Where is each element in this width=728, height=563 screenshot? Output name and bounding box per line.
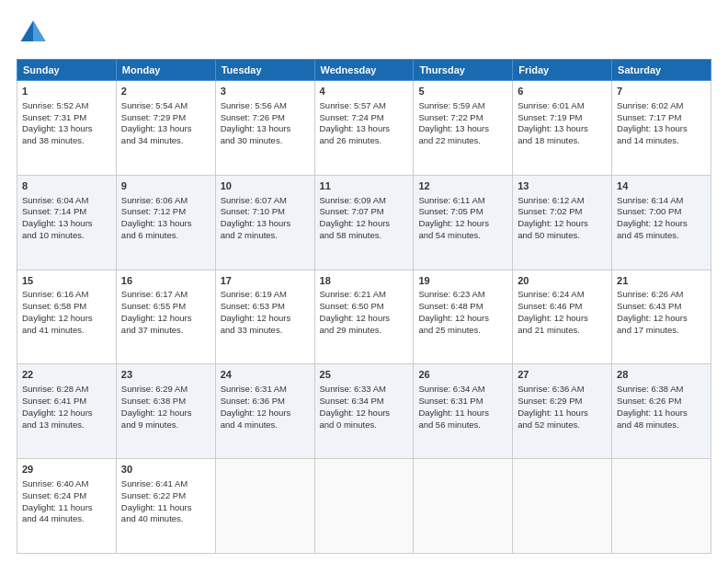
day-info: Sunrise: 6:11 AM Sunset: 7:05 PM Dayligh… xyxy=(418,195,489,240)
day-number: 4 xyxy=(320,85,409,98)
calendar-cell xyxy=(314,459,414,554)
calendar-cell: 30Sunrise: 6:41 AM Sunset: 6:22 PM Dayli… xyxy=(116,459,215,554)
day-info: Sunrise: 6:38 AM Sunset: 6:26 PM Dayligh… xyxy=(617,384,688,429)
calendar-cell xyxy=(513,459,612,554)
day-number: 24 xyxy=(221,368,310,382)
day-number: 10 xyxy=(221,179,310,193)
week-row: 8Sunrise: 6:04 AM Sunset: 7:14 PM Daylig… xyxy=(17,175,711,270)
day-info: Sunrise: 6:41 AM Sunset: 6:22 PM Dayligh… xyxy=(121,478,192,523)
day-number: 3 xyxy=(221,85,310,98)
day-info: Sunrise: 6:14 AM Sunset: 7:00 PM Dayligh… xyxy=(617,195,688,240)
day-number: 13 xyxy=(518,179,607,193)
day-info: Sunrise: 6:34 AM Sunset: 6:31 PM Dayligh… xyxy=(418,384,489,429)
day-info: Sunrise: 6:33 AM Sunset: 6:34 PM Dayligh… xyxy=(320,384,391,429)
day-number: 7 xyxy=(617,85,706,98)
day-number: 17 xyxy=(221,274,310,288)
page: SundayMondayTuesdayWednesdayThursdayFrid… xyxy=(0,0,728,563)
col-header-tuesday: Tuesday xyxy=(215,60,314,81)
calendar-cell: 13Sunrise: 6:12 AM Sunset: 7:02 PM Dayli… xyxy=(513,175,612,270)
day-number: 8 xyxy=(22,179,111,193)
calendar-cell xyxy=(215,459,314,554)
calendar-cell: 18Sunrise: 6:21 AM Sunset: 6:50 PM Dayli… xyxy=(314,270,414,364)
day-info: Sunrise: 5:57 AM Sunset: 7:24 PM Dayligh… xyxy=(320,100,391,145)
day-info: Sunrise: 6:36 AM Sunset: 6:29 PM Dayligh… xyxy=(518,384,588,429)
calendar-cell: 1Sunrise: 5:52 AM Sunset: 7:31 PM Daylig… xyxy=(17,81,117,176)
week-row: 15Sunrise: 6:16 AM Sunset: 6:58 PM Dayli… xyxy=(17,270,711,364)
day-number: 22 xyxy=(22,368,111,382)
calendar-cell: 7Sunrise: 6:02 AM Sunset: 7:17 PM Daylig… xyxy=(612,81,711,176)
calendar-cell xyxy=(414,459,513,554)
day-info: Sunrise: 6:09 AM Sunset: 7:07 PM Dayligh… xyxy=(320,195,391,240)
col-header-monday: Monday xyxy=(116,60,215,81)
calendar-cell: 5Sunrise: 5:59 AM Sunset: 7:22 PM Daylig… xyxy=(414,81,513,176)
calendar-cell: 20Sunrise: 6:24 AM Sunset: 6:46 PM Dayli… xyxy=(513,270,612,364)
col-header-wednesday: Wednesday xyxy=(314,60,414,81)
day-number: 6 xyxy=(518,85,607,98)
calendar-cell: 9Sunrise: 6:06 AM Sunset: 7:12 PM Daylig… xyxy=(116,175,215,270)
week-row: 1Sunrise: 5:52 AM Sunset: 7:31 PM Daylig… xyxy=(17,81,711,176)
calendar-cell: 10Sunrise: 6:07 AM Sunset: 7:10 PM Dayli… xyxy=(215,175,314,270)
day-number: 27 xyxy=(518,368,607,382)
day-info: Sunrise: 6:02 AM Sunset: 7:17 PM Dayligh… xyxy=(617,100,688,145)
day-number: 1 xyxy=(22,85,111,98)
svg-marker-1 xyxy=(33,21,46,42)
calendar-cell: 12Sunrise: 6:11 AM Sunset: 7:05 PM Dayli… xyxy=(414,175,513,270)
day-number: 20 xyxy=(518,274,607,288)
day-number: 12 xyxy=(418,179,507,193)
day-number: 23 xyxy=(121,368,210,382)
week-row: 22Sunrise: 6:28 AM Sunset: 6:41 PM Dayli… xyxy=(17,364,711,459)
day-number: 25 xyxy=(320,368,409,382)
calendar-cell: 22Sunrise: 6:28 AM Sunset: 6:41 PM Dayli… xyxy=(17,364,117,459)
day-info: Sunrise: 6:17 AM Sunset: 6:55 PM Dayligh… xyxy=(121,289,192,334)
day-number: 16 xyxy=(121,274,210,288)
calendar-table: SundayMondayTuesdayWednesdayThursdayFrid… xyxy=(17,59,711,554)
day-number: 15 xyxy=(22,274,111,288)
day-info: Sunrise: 6:28 AM Sunset: 6:41 PM Dayligh… xyxy=(22,384,93,429)
col-header-friday: Friday xyxy=(513,60,612,81)
calendar-cell: 11Sunrise: 6:09 AM Sunset: 7:07 PM Dayli… xyxy=(314,175,414,270)
col-header-sunday: Sunday xyxy=(17,60,117,81)
day-number: 28 xyxy=(617,368,706,382)
calendar-cell: 8Sunrise: 6:04 AM Sunset: 7:14 PM Daylig… xyxy=(17,175,117,270)
day-info: Sunrise: 6:07 AM Sunset: 7:10 PM Dayligh… xyxy=(221,195,291,240)
calendar-cell: 19Sunrise: 6:23 AM Sunset: 6:48 PM Dayli… xyxy=(414,270,513,364)
calendar-cell: 17Sunrise: 6:19 AM Sunset: 6:53 PM Dayli… xyxy=(215,270,314,364)
calendar-cell: 27Sunrise: 6:36 AM Sunset: 6:29 PM Dayli… xyxy=(513,364,612,459)
week-row: 29Sunrise: 6:40 AM Sunset: 6:24 PM Dayli… xyxy=(17,459,711,554)
calendar-cell: 23Sunrise: 6:29 AM Sunset: 6:38 PM Dayli… xyxy=(116,364,215,459)
day-info: Sunrise: 6:12 AM Sunset: 7:02 PM Dayligh… xyxy=(518,195,588,240)
day-number: 2 xyxy=(121,85,210,98)
day-number: 18 xyxy=(320,274,409,288)
day-info: Sunrise: 6:16 AM Sunset: 6:58 PM Dayligh… xyxy=(22,289,93,334)
day-info: Sunrise: 6:04 AM Sunset: 7:14 PM Dayligh… xyxy=(22,195,93,240)
day-info: Sunrise: 5:54 AM Sunset: 7:29 PM Dayligh… xyxy=(121,100,192,145)
calendar-cell: 2Sunrise: 5:54 AM Sunset: 7:29 PM Daylig… xyxy=(116,81,215,176)
day-info: Sunrise: 6:26 AM Sunset: 6:43 PM Dayligh… xyxy=(617,289,688,334)
calendar-cell: 4Sunrise: 5:57 AM Sunset: 7:24 PM Daylig… xyxy=(314,81,414,176)
day-number: 29 xyxy=(22,463,111,477)
day-info: Sunrise: 6:19 AM Sunset: 6:53 PM Dayligh… xyxy=(221,289,291,334)
day-info: Sunrise: 5:59 AM Sunset: 7:22 PM Dayligh… xyxy=(418,100,489,145)
calendar-cell: 25Sunrise: 6:33 AM Sunset: 6:34 PM Dayli… xyxy=(314,364,414,459)
day-number: 30 xyxy=(121,463,210,477)
day-number: 11 xyxy=(320,179,409,193)
day-info: Sunrise: 5:56 AM Sunset: 7:26 PM Dayligh… xyxy=(221,100,291,145)
day-info: Sunrise: 6:31 AM Sunset: 6:36 PM Dayligh… xyxy=(221,384,291,429)
calendar-cell: 24Sunrise: 6:31 AM Sunset: 6:36 PM Dayli… xyxy=(215,364,314,459)
day-info: Sunrise: 6:06 AM Sunset: 7:12 PM Dayligh… xyxy=(121,195,192,240)
calendar-cell: 14Sunrise: 6:14 AM Sunset: 7:00 PM Dayli… xyxy=(612,175,711,270)
col-header-saturday: Saturday xyxy=(612,60,711,81)
day-number: 21 xyxy=(617,274,706,288)
calendar-cell: 6Sunrise: 6:01 AM Sunset: 7:19 PM Daylig… xyxy=(513,81,612,176)
day-number: 9 xyxy=(121,179,210,193)
day-number: 19 xyxy=(418,274,507,288)
calendar-cell: 16Sunrise: 6:17 AM Sunset: 6:55 PM Dayli… xyxy=(116,270,215,364)
day-info: Sunrise: 6:24 AM Sunset: 6:46 PM Dayligh… xyxy=(518,289,588,334)
day-info: Sunrise: 6:23 AM Sunset: 6:48 PM Dayligh… xyxy=(418,289,489,334)
day-number: 14 xyxy=(617,179,706,193)
logo-icon xyxy=(17,17,50,50)
day-info: Sunrise: 6:29 AM Sunset: 6:38 PM Dayligh… xyxy=(121,384,192,429)
calendar-cell: 15Sunrise: 6:16 AM Sunset: 6:58 PM Dayli… xyxy=(17,270,117,364)
calendar-cell: 26Sunrise: 6:34 AM Sunset: 6:31 PM Dayli… xyxy=(414,364,513,459)
col-header-thursday: Thursday xyxy=(414,60,513,81)
